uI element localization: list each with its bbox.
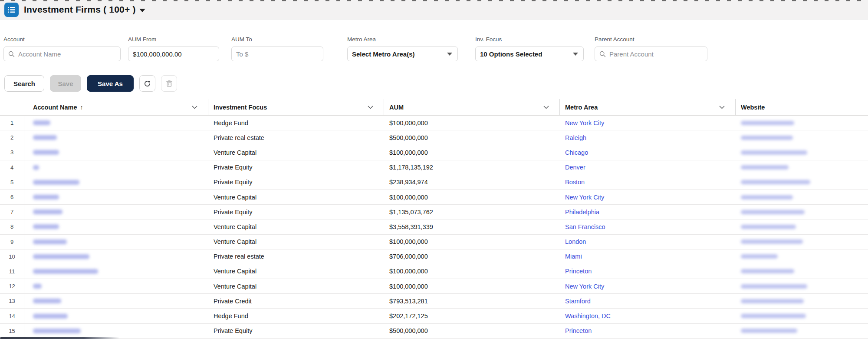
account-name-redacted[interactable]	[33, 299, 61, 303]
metro-area-link[interactable]: London	[565, 238, 586, 245]
metro-area-link[interactable]: New York City	[565, 283, 604, 290]
chevron-down-icon[interactable]	[368, 106, 373, 109]
cell-website[interactable]	[736, 294, 868, 309]
cell-account-name[interactable]	[24, 160, 208, 175]
account-name-redacted[interactable]	[33, 239, 67, 244]
website-redacted[interactable]	[741, 299, 804, 303]
cell-account-name[interactable]	[24, 130, 208, 145]
refresh-button[interactable]	[139, 75, 155, 92]
column-header-website[interactable]: Website	[736, 99, 868, 115]
cell-account-name[interactable]	[24, 294, 208, 309]
cell-website[interactable]	[736, 279, 868, 294]
metro-area-link[interactable]: New York City	[565, 194, 604, 201]
column-header-metro-area[interactable]: Metro Area	[560, 99, 736, 115]
cell-website[interactable]	[736, 235, 868, 249]
website-redacted[interactable]	[741, 210, 805, 214]
account-name-redacted[interactable]	[33, 254, 89, 259]
inv-focus-select[interactable]: 10 Options Selected	[475, 47, 584, 61]
account-name-redacted[interactable]	[33, 329, 81, 333]
website-redacted[interactable]	[741, 239, 803, 244]
cell-account-name[interactable]	[24, 145, 208, 160]
chevron-down-icon[interactable]	[192, 106, 197, 109]
account-name-redacted[interactable]	[33, 180, 79, 185]
parent-account-search-field[interactable]	[595, 47, 707, 61]
account-name-redacted[interactable]	[33, 314, 68, 319]
column-header-account-name[interactable]: Account Name ↑	[24, 99, 208, 115]
account-name-redacted[interactable]	[33, 284, 42, 289]
metro-area-link[interactable]: Washington, DC	[565, 312, 611, 319]
account-search-field[interactable]	[3, 47, 121, 61]
account-name-redacted[interactable]	[33, 195, 59, 199]
metro-area-link[interactable]: Raleigh	[565, 134, 586, 141]
aum-from-field[interactable]	[128, 47, 219, 61]
cell-account-name[interactable]	[24, 249, 208, 264]
column-header-aum[interactable]: AUM	[384, 99, 560, 115]
cell-website[interactable]	[736, 219, 868, 234]
list-view-selector[interactable]: Investment Firms ( 100+ )	[24, 4, 145, 15]
cell-website[interactable]	[736, 264, 868, 279]
chevron-down-icon[interactable]	[719, 106, 725, 109]
account-name-redacted[interactable]	[33, 165, 39, 170]
metro-area-link[interactable]: Princeton	[565, 268, 592, 275]
cell-website[interactable]	[736, 145, 868, 160]
cell-account-name[interactable]	[24, 219, 208, 234]
website-redacted[interactable]	[741, 329, 797, 333]
website-redacted[interactable]	[741, 165, 789, 170]
cell-account-name[interactable]	[24, 175, 208, 190]
website-redacted[interactable]	[741, 195, 793, 199]
search-button[interactable]: Search	[4, 75, 44, 92]
metro-area-link[interactable]: Boston	[565, 179, 585, 186]
metro-area-link[interactable]: Stamford	[565, 298, 591, 305]
metro-area-link[interactable]: San Francisco	[565, 223, 605, 230]
cell-account-name[interactable]	[24, 205, 208, 219]
chevron-down-icon[interactable]	[543, 106, 549, 109]
account-name-redacted[interactable]	[33, 135, 57, 140]
metro-area-link[interactable]: Princeton	[565, 327, 592, 334]
website-redacted[interactable]	[741, 121, 794, 125]
metro-area-link[interactable]: Philadelphia	[565, 209, 599, 216]
website-redacted[interactable]	[741, 150, 807, 155]
account-search-input[interactable]	[18, 50, 116, 58]
aum-to-field[interactable]	[231, 47, 323, 61]
website-redacted[interactable]	[741, 314, 806, 318]
cell-account-name[interactable]	[24, 264, 208, 279]
account-name-redacted[interactable]	[33, 224, 59, 229]
account-name-redacted[interactable]	[33, 120, 50, 125]
cell-account-name[interactable]	[24, 279, 208, 294]
save-as-button[interactable]: Save As	[87, 75, 134, 92]
column-header-investment-focus[interactable]: Investment Focus	[208, 99, 384, 115]
metro-area-select[interactable]: Select Metro Area(s)	[347, 47, 458, 61]
website-redacted[interactable]	[741, 225, 796, 229]
cell-account-name[interactable]	[24, 324, 208, 339]
account-name-redacted[interactable]	[33, 209, 62, 214]
row-number: 4	[0, 160, 24, 175]
cell-account-name[interactable]	[24, 235, 208, 249]
account-name-redacted[interactable]	[33, 150, 59, 155]
cell-website[interactable]	[736, 130, 868, 145]
cell-website[interactable]	[736, 205, 868, 219]
website-redacted[interactable]	[741, 180, 810, 184]
website-redacted[interactable]	[741, 269, 794, 273]
cell-website[interactable]	[736, 175, 868, 190]
cell-website[interactable]	[736, 160, 868, 175]
website-redacted[interactable]	[741, 136, 793, 140]
account-name-redacted[interactable]	[33, 269, 98, 274]
metro-area-link[interactable]: Denver	[565, 164, 585, 171]
cell-website[interactable]	[736, 309, 868, 323]
website-redacted[interactable]	[741, 284, 807, 289]
parent-account-search-input[interactable]	[609, 50, 703, 58]
aum-from-input[interactable]	[133, 50, 214, 58]
aum-to-input[interactable]	[236, 50, 319, 58]
cell-account-name[interactable]	[24, 190, 208, 205]
metro-area-link[interactable]: Miami	[565, 253, 582, 260]
cell-account-name[interactable]	[24, 309, 208, 323]
metro-area-link[interactable]: New York City	[565, 120, 604, 126]
cell-website[interactable]	[736, 249, 868, 264]
cell-website[interactable]	[736, 116, 868, 130]
horizontal-scrollbar[interactable]	[0, 337, 120, 339]
website-redacted[interactable]	[741, 254, 778, 259]
cell-account-name[interactable]	[24, 116, 208, 130]
metro-area-link[interactable]: Chicago	[565, 149, 588, 156]
cell-website[interactable]	[736, 190, 868, 205]
cell-website[interactable]	[736, 324, 868, 339]
